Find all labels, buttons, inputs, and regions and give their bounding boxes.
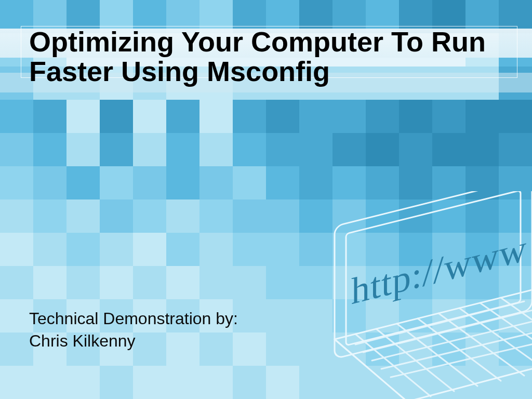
- subtitle-line-1: Technical Demonstration by:: [29, 308, 238, 330]
- laptop-illustration: http://www: [283, 191, 532, 399]
- slide-subtitle: Technical Demonstration by: Chris Kilken…: [29, 308, 238, 352]
- slide: Optimizing Your Computer To Run Faster U…: [0, 0, 532, 399]
- slide-title: Optimizing Your Computer To Run Faster U…: [29, 27, 501, 86]
- subtitle-line-2: Chris Kilkenny: [29, 330, 238, 352]
- laptop-screen-text: http://www: [351, 227, 527, 312]
